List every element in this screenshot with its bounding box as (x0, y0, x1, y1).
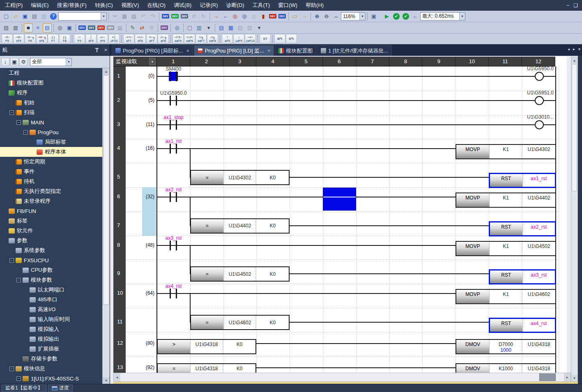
cut-icon[interactable]: ✂ (110, 12, 120, 21)
device-k-icon[interactable]: DEV (78, 23, 87, 32)
zoom-in-icon[interactable]: ⊕ (313, 12, 322, 21)
refresh2-icon[interactable]: ↻ (199, 12, 208, 21)
instruction-box[interactable]: =U1\G4302K0 (190, 170, 290, 185)
edit-statement-button[interactable]: ⊟✎ (286, 34, 297, 44)
menu-item-0[interactable]: 工程(P) (1, 0, 27, 10)
simulation-start-icon[interactable]: ▶ (382, 12, 391, 21)
instruction-box[interactable]: =U1\G4502K0 (190, 266, 290, 282)
undo-icon[interactable]: ↶ (139, 12, 148, 21)
search-gear-icon[interactable]: ◎ (173, 23, 182, 32)
close-branch-button[interactable]: ⊣/⊢╖sF6 (36, 34, 47, 44)
memory-icon[interactable]: ▩ (115, 23, 124, 32)
scroll-up-icon[interactable]: ▲ (103, 68, 110, 75)
monitor-stop-icon[interactable]: ◎ (249, 12, 258, 21)
ladder-block-icon[interactable]: ▮ (259, 12, 268, 21)
scrollbar-thumb[interactable] (539, 374, 556, 381)
menu-item-5[interactable]: 在线(O) (143, 0, 170, 10)
tab-list-icon[interactable]: ▾ (578, 47, 580, 51)
device-batch-icon[interactable]: DEV (180, 12, 189, 21)
menu-item-7[interactable]: 记录(R) (196, 0, 222, 10)
menu-item-11[interactable]: 帮助(H) (301, 0, 328, 10)
tree-item-13[interactable]: 未登录程序 (0, 196, 103, 206)
tree-filter-combo[interactable]: 全部▼ (30, 58, 72, 66)
chevron-down-icon[interactable]: ▼ (149, 58, 156, 65)
chevron-down-icon[interactable]: ▼ (66, 58, 71, 66)
cross-ref-icon[interactable]: ◎ (55, 23, 64, 32)
pin-icon[interactable] (95, 48, 99, 53)
copy-icon[interactable]: ▦ (120, 12, 129, 21)
instruction-box[interactable]: MOVPK1U1\G4602 (455, 289, 556, 304)
instruction-box[interactable]: RSTax1_rst (489, 173, 556, 188)
sheet-view1-icon[interactable]: ▤ (217, 23, 226, 32)
fall-branch-button[interactable]: ↓⊢╖aF8 (158, 34, 169, 44)
device-comment-icon[interactable]: DEV (161, 12, 170, 21)
tab-1[interactable]: ProgPou [PRG] [LD] 监...× (194, 45, 274, 56)
restore-button[interactable]: ❑ (573, 2, 578, 8)
ladder-contact[interactable] (168, 95, 179, 106)
tab-close-icon[interactable]: × (186, 48, 189, 54)
menu-item-6[interactable]: 调试(B) (170, 0, 196, 10)
tree-item-2[interactable]: 程序 (0, 88, 103, 98)
tab-2[interactable]: 模块配置图 (275, 45, 316, 56)
instruction-box[interactable]: RSTax4_rst (489, 318, 556, 333)
scrollbar-thumb[interactable] (103, 75, 109, 305)
close-contact-button[interactable]: ⊣/⊢sF5 (13, 34, 24, 44)
minimize-button[interactable]: − (566, 2, 569, 8)
tree-scrollbar[interactable]: ▲ ▼ (102, 68, 110, 384)
scrollbar-thumb[interactable] (572, 64, 577, 191)
ladder-vscrollbar[interactable]: ▲ ▼ (571, 57, 578, 382)
menu-item-1[interactable]: 编辑(E) (27, 0, 53, 10)
tree-item-29[interactable]: 存储卡参数 (0, 354, 103, 364)
tree-item-25[interactable]: 输入响应时间 (0, 314, 103, 324)
jump-icon[interactable]: → (300, 12, 309, 21)
menu-item-8[interactable]: 诊断(D) (222, 0, 248, 10)
inline-st-button[interactable]: ST (260, 34, 271, 44)
ladder-contact[interactable] (168, 240, 179, 251)
tree-item-21[interactable]: −模块参数 (0, 275, 103, 285)
menu-item-3[interactable]: 转换(C) (91, 0, 117, 10)
module-config-icon[interactable]: ■ (24, 23, 33, 32)
ladder-hscrollbar[interactable]: ◂ ▸ (113, 373, 571, 382)
close-icon[interactable]: × (104, 47, 107, 53)
option-icon[interactable]: ⚙ (147, 23, 156, 32)
tree-item-4[interactable]: −扫描 (0, 108, 103, 117)
ladder-coil[interactable] (535, 72, 544, 81)
ok-transfer-icon[interactable]: ← (411, 12, 420, 21)
tree-expander-icon[interactable]: − (16, 120, 21, 125)
ladder-coil[interactable] (535, 120, 544, 129)
ladder-contact[interactable] (168, 288, 179, 299)
instruction-box[interactable]: DMOVK1000U1\G4318 (455, 363, 556, 373)
zoom-combo[interactable]: 116%▼ (341, 12, 366, 21)
tab-0[interactable]: ProgPou [PRG] [局部标...× (112, 45, 193, 56)
monitor-mode-header[interactable]: 监视读取▼ (113, 57, 157, 66)
instruction-box[interactable]: =U1\G4318K0 (157, 363, 256, 373)
menu-item-4[interactable]: 视图(V) (117, 0, 143, 10)
sheet-view4-icon[interactable]: ▨ (245, 23, 254, 32)
scroll-down-icon[interactable]: ▼ (571, 375, 577, 381)
rise-contact-button[interactable]: ⊣↑⊢sF7 (123, 34, 134, 44)
zoom-out-icon[interactable]: ⊖ (322, 12, 331, 21)
open-branch-button[interactable]: ⊣⊢╖F6 (25, 34, 36, 44)
help-icon[interactable]: ? (49, 12, 58, 21)
watch-window-tab[interactable]: 监看1【监看中】 (2, 385, 46, 392)
settings-gear-icon[interactable]: ⚙ (19, 58, 28, 66)
edit-cursor[interactable] (323, 188, 356, 211)
tree-item-5[interactable]: −MAIN (0, 117, 103, 127)
scroll-right-icon[interactable]: ▸ (564, 373, 570, 381)
check-program-icon[interactable]: ✔ (392, 12, 401, 21)
device-table-icon[interactable]: DEV (87, 23, 96, 32)
tab-prev-icon[interactable]: ◂ (568, 47, 570, 51)
tree-expander-icon[interactable]: − (16, 278, 21, 282)
tree-item-14[interactable]: FB/FUN (0, 206, 103, 216)
scan-time-combo[interactable]: 最大: 0.652ms▼ (420, 12, 465, 21)
scroll-left-icon[interactable]: ◂ (114, 373, 120, 381)
ladder-canvas[interactable]: 监视读取▼1234567891011121(0)SM400U1\G5950.02… (113, 57, 567, 373)
device-read-icon[interactable]: DEV (278, 12, 287, 21)
menu-item-2[interactable]: 搜索/替换(F) (53, 0, 91, 10)
tree-item-20[interactable]: CPU参数 (0, 265, 103, 275)
chevron-down-icon[interactable]: ▼ (359, 13, 365, 20)
tree-expander-icon[interactable]: − (23, 130, 28, 135)
open-contact-button[interactable]: ⊣⊢F5 (2, 34, 13, 44)
label-edit-icon[interactable]: ✎ (128, 23, 137, 32)
instruction-box[interactable]: RSTax2_rst (489, 221, 556, 236)
